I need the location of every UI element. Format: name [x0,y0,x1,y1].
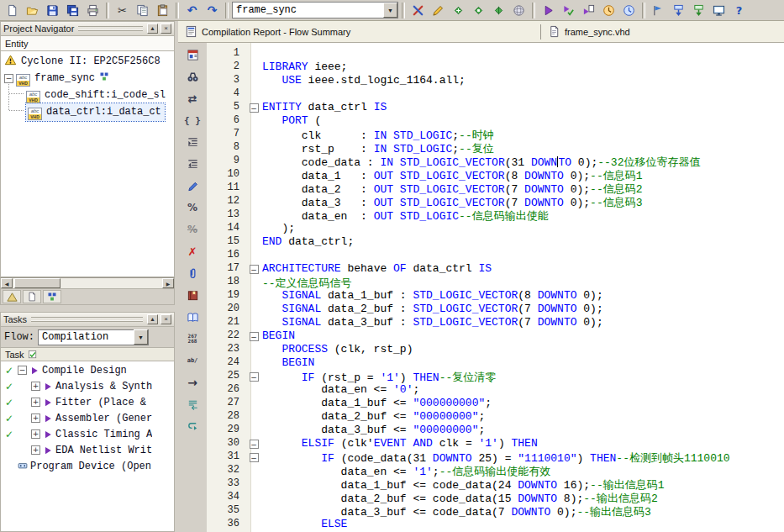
new-file-icon[interactable] [3,2,22,19]
flow-dropdown-button[interactable]: ▼ [134,329,148,345]
task-label: Assembler (Gener [55,413,152,424]
attach-icon[interactable] [182,265,203,282]
find-replace-icon[interactable]: ⇄ [182,90,203,107]
code-text: ); [262,222,784,235]
document-tab-2[interactable]: frame_sync.vhd [548,25,630,38]
line-numbers-icon[interactable]: 267268 [182,330,203,347]
align-icon[interactable] [182,396,203,413]
task-expander[interactable]: − [18,366,27,375]
analysis-synthesis-icon[interactable] [559,2,578,19]
technology-map-viewer-icon[interactable] [689,2,708,19]
titlebar-grip[interactable] [31,317,143,322]
start-analysis-icon[interactable] [579,2,598,19]
task-row[interactable]: +EDA Netlist Writ [1,442,174,458]
word-wrap-icon[interactable]: ab/ [182,352,203,369]
flow-combobox[interactable]: Compilation ▼ [38,329,149,345]
pin-assignment-icon[interactable] [429,2,448,19]
print-icon[interactable] [83,2,103,19]
find-icon[interactable] [182,68,203,85]
pin-planner-icon[interactable] [449,2,468,19]
task-row[interactable]: ✓+Fitter (Place & [1,394,174,410]
rtl-viewer-icon[interactable] [669,2,688,19]
task-row[interactable]: ✓+Assembler (Gener [1,410,174,426]
line-number: 15 [207,235,245,249]
task-row[interactable]: ✓+Analysis & Synth [1,378,174,394]
decrease-indent-icon[interactable] [182,155,203,172]
open-book-icon[interactable] [182,308,203,325]
open-folder-icon[interactable] [23,2,42,19]
panel-collapse-button[interactable]: ▴ [147,24,158,34]
document-tab-1[interactable]: Compilation Report - Flow Summary [185,25,534,38]
code-line: 14 ); [207,222,784,235]
repeat-icon[interactable] [182,418,203,435]
paste-icon[interactable] [153,2,172,19]
files-tab-icon[interactable] [23,290,41,303]
panel-collapse-button[interactable]: ▴ [147,314,158,324]
redo-icon[interactable]: ↷ [203,2,222,19]
tree-item[interactable]: abcVHDcode_shift:i_code_sl [1,87,174,103]
task-row[interactable]: Program Device (Open [1,458,174,474]
save-icon[interactable] [43,2,62,19]
goto-line-icon[interactable]: → [182,374,203,391]
titlebar-grip[interactable] [78,26,143,31]
braces-icon[interactable]: { } [182,112,203,129]
scroll-left-button[interactable]: ◀ [1,278,13,288]
task-row[interactable]: ✓−Compile Design [1,362,174,378]
combobox-dropdown-button[interactable]: ▼ [383,3,397,18]
templates-icon[interactable] [182,46,203,63]
task-expander[interactable]: + [31,445,40,455]
entity-combobox[interactable]: frame_sync▼ [232,2,398,18]
fold-marker[interactable]: − [250,453,259,462]
task-expander[interactable]: + [31,382,40,391]
tree-item[interactable]: Cyclone II: EP2C5F256C8 [1,53,174,70]
netlist-sphere-icon[interactable] [509,2,529,19]
save-all-icon[interactable] [63,2,82,19]
fold-marker[interactable]: − [250,372,259,382]
task-filter-icon[interactable] [28,350,38,360]
scroll-right-button[interactable]: ▶ [162,278,174,288]
cut-icon[interactable]: ✂ [113,2,132,19]
code-editor[interactable]: 12LIBRARY ieee;3 USE ieee.std_logic_1164… [207,43,784,532]
tree-expander[interactable]: − [4,74,13,83]
fold-gutter [245,182,262,195]
scrollbar-track[interactable] [13,278,162,288]
simulator-icon[interactable] [649,2,668,19]
syntax-check-icon[interactable]: ✗ [182,243,203,260]
chip-planner-icon[interactable] [489,2,508,19]
tree-item[interactable]: abcVHDdata_ctrl:i_data_ct [1,103,174,120]
timequest-icon[interactable] [619,2,639,19]
help-icon[interactable]: ? [729,2,749,19]
increase-indent-icon[interactable] [182,134,203,150]
comment-icon[interactable]: % [182,199,203,216]
tree-item[interactable]: −abcVHDframe_sync [1,70,174,87]
timing-closure-icon[interactable] [469,2,488,19]
task-row[interactable]: ✓+Classic Timing A [1,426,174,442]
code-line: 15END data_ctrl; [207,235,784,249]
task-expander[interactable]: + [31,398,40,407]
fold-gutter [245,289,262,303]
design-units-tab-icon[interactable] [43,290,61,303]
panel-close-button[interactable]: × [160,314,171,324]
copy-icon[interactable] [133,2,152,19]
hierarchy-tab-icon[interactable] [3,290,21,303]
undo-icon[interactable]: ↶ [182,2,202,19]
timing-analyzer-icon[interactable] [599,2,618,19]
edit-pen-icon[interactable] [182,177,203,194]
uncomment-icon[interactable]: % [182,221,203,238]
fold-marker[interactable]: − [250,103,259,113]
assignment-editor-icon[interactable] [408,2,428,19]
programmer-icon[interactable] [709,2,729,19]
start-compilation-icon[interactable] [539,2,558,19]
task-expander[interactable]: + [31,429,40,439]
flow-combobox-value: Compilation [39,331,134,343]
fold-marker[interactable]: − [250,440,259,449]
scrollbar-thumb[interactable] [14,278,61,288]
fold-gutter [245,114,262,128]
fold-marker[interactable]: − [250,265,259,274]
bookmark-book-icon[interactable] [182,287,203,303]
task-expander[interactable]: + [31,413,40,423]
navigator-hscrollbar[interactable]: ◀ ▶ [0,277,175,289]
code-area[interactable]: 12LIBRARY ieee;3 USE ieee.std_logic_1164… [207,43,784,531]
panel-close-button[interactable]: × [160,24,171,34]
fold-marker[interactable]: − [250,332,259,341]
